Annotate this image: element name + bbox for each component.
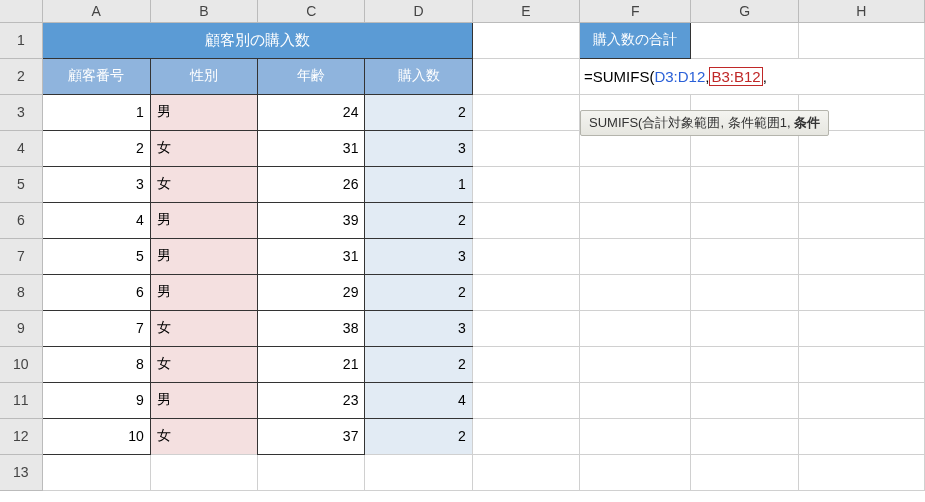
header-gender[interactable]: 性別 bbox=[150, 58, 257, 94]
cell-d13[interactable] bbox=[365, 454, 472, 490]
cell-g10[interactable] bbox=[691, 346, 798, 382]
cell-e7[interactable] bbox=[472, 238, 579, 274]
cell-f12[interactable] bbox=[579, 418, 690, 454]
cell-f8[interactable] bbox=[579, 274, 690, 310]
cell-e1[interactable] bbox=[472, 22, 579, 58]
cell-g7[interactable] bbox=[691, 238, 798, 274]
table-row[interactable]: 24 bbox=[258, 94, 365, 130]
cell-h9[interactable] bbox=[798, 310, 924, 346]
cell-f13[interactable] bbox=[579, 454, 690, 490]
header-purchases[interactable]: 購入数 bbox=[365, 58, 472, 94]
cell-h7[interactable] bbox=[798, 238, 924, 274]
header-age[interactable]: 年齢 bbox=[258, 58, 365, 94]
row-header-2[interactable]: 2 bbox=[0, 58, 42, 94]
table-row[interactable]: 38 bbox=[258, 310, 365, 346]
table-row[interactable]: 1 bbox=[42, 94, 150, 130]
cell-e8[interactable] bbox=[472, 274, 579, 310]
table-row[interactable]: 女 bbox=[150, 166, 257, 202]
table-row[interactable]: 2 bbox=[365, 418, 472, 454]
cell-h11[interactable] bbox=[798, 382, 924, 418]
row-header-7[interactable]: 7 bbox=[0, 238, 42, 274]
col-header-b[interactable]: B bbox=[150, 0, 257, 22]
table-row[interactable]: 4 bbox=[365, 382, 472, 418]
table-row[interactable]: 2 bbox=[42, 130, 150, 166]
row-header-1[interactable]: 1 bbox=[0, 22, 42, 58]
table-row[interactable]: 3 bbox=[365, 310, 472, 346]
cell-g5[interactable] bbox=[691, 166, 798, 202]
table-row[interactable]: 29 bbox=[258, 274, 365, 310]
row-header-9[interactable]: 9 bbox=[0, 310, 42, 346]
table-row[interactable]: 7 bbox=[42, 310, 150, 346]
table-row[interactable]: 8 bbox=[42, 346, 150, 382]
table-row[interactable]: 2 bbox=[365, 202, 472, 238]
table-row[interactable]: 男 bbox=[150, 202, 257, 238]
table-row[interactable]: 4 bbox=[42, 202, 150, 238]
col-header-h[interactable]: H bbox=[798, 0, 924, 22]
col-header-c[interactable]: C bbox=[258, 0, 365, 22]
row-header-5[interactable]: 5 bbox=[0, 166, 42, 202]
table-row[interactable]: 3 bbox=[365, 130, 472, 166]
cell-g13[interactable] bbox=[691, 454, 798, 490]
table-row[interactable]: 男 bbox=[150, 238, 257, 274]
cell-e11[interactable] bbox=[472, 382, 579, 418]
cell-c13[interactable] bbox=[258, 454, 365, 490]
cell-f9[interactable] bbox=[579, 310, 690, 346]
table-row[interactable]: 男 bbox=[150, 382, 257, 418]
row-header-10[interactable]: 10 bbox=[0, 346, 42, 382]
cell-e3[interactable] bbox=[472, 94, 579, 130]
table-row[interactable]: 3 bbox=[365, 238, 472, 274]
cell-g9[interactable] bbox=[691, 310, 798, 346]
cell-h13[interactable] bbox=[798, 454, 924, 490]
table-row[interactable]: 2 bbox=[365, 346, 472, 382]
cell-h6[interactable] bbox=[798, 202, 924, 238]
header-customer-no[interactable]: 顧客番号 bbox=[42, 58, 150, 94]
table-row[interactable]: 23 bbox=[258, 382, 365, 418]
table-row[interactable]: 女 bbox=[150, 130, 257, 166]
cell-f5[interactable] bbox=[579, 166, 690, 202]
table-row[interactable]: 31 bbox=[258, 130, 365, 166]
table-row[interactable]: 31 bbox=[258, 238, 365, 274]
cell-g6[interactable] bbox=[691, 202, 798, 238]
table-row[interactable]: 男 bbox=[150, 274, 257, 310]
cell-f7[interactable] bbox=[579, 238, 690, 274]
cell-b13[interactable] bbox=[150, 454, 257, 490]
col-header-a[interactable]: A bbox=[42, 0, 150, 22]
cell-e5[interactable] bbox=[472, 166, 579, 202]
table-row[interactable]: 女 bbox=[150, 310, 257, 346]
cell-h10[interactable] bbox=[798, 346, 924, 382]
cell-g12[interactable] bbox=[691, 418, 798, 454]
row-header-12[interactable]: 12 bbox=[0, 418, 42, 454]
table-row[interactable]: 2 bbox=[365, 274, 472, 310]
row-header-8[interactable]: 8 bbox=[0, 274, 42, 310]
cell-h1[interactable] bbox=[798, 22, 924, 58]
table-row[interactable]: 37 bbox=[258, 418, 365, 454]
cell-e12[interactable] bbox=[472, 418, 579, 454]
row-header-4[interactable]: 4 bbox=[0, 130, 42, 166]
table-row[interactable]: 10 bbox=[42, 418, 150, 454]
col-header-f[interactable]: F bbox=[579, 0, 690, 22]
table-row[interactable]: 26 bbox=[258, 166, 365, 202]
cell-h5[interactable] bbox=[798, 166, 924, 202]
cell-h12[interactable] bbox=[798, 418, 924, 454]
cell-f11[interactable] bbox=[579, 382, 690, 418]
table-row[interactable]: 1 bbox=[365, 166, 472, 202]
cell-e2[interactable] bbox=[472, 58, 579, 94]
cell-e13[interactable] bbox=[472, 454, 579, 490]
row-header-13[interactable]: 13 bbox=[0, 454, 42, 490]
cell-h8[interactable] bbox=[798, 274, 924, 310]
table-row[interactable]: 男 bbox=[150, 94, 257, 130]
cell-e6[interactable] bbox=[472, 202, 579, 238]
cell-g8[interactable] bbox=[691, 274, 798, 310]
cell-a13[interactable] bbox=[42, 454, 150, 490]
table-row[interactable]: 女 bbox=[150, 418, 257, 454]
row-header-11[interactable]: 11 bbox=[0, 382, 42, 418]
row-header-6[interactable]: 6 bbox=[0, 202, 42, 238]
table-row[interactable]: 21 bbox=[258, 346, 365, 382]
table-row[interactable]: 5 bbox=[42, 238, 150, 274]
table-row[interactable]: 39 bbox=[258, 202, 365, 238]
select-all-corner[interactable] bbox=[0, 0, 42, 22]
table-row[interactable]: 3 bbox=[42, 166, 150, 202]
table-row[interactable]: 9 bbox=[42, 382, 150, 418]
row-header-3[interactable]: 3 bbox=[0, 94, 42, 130]
table-title-cell[interactable]: 顧客別の購入数 bbox=[42, 22, 472, 58]
